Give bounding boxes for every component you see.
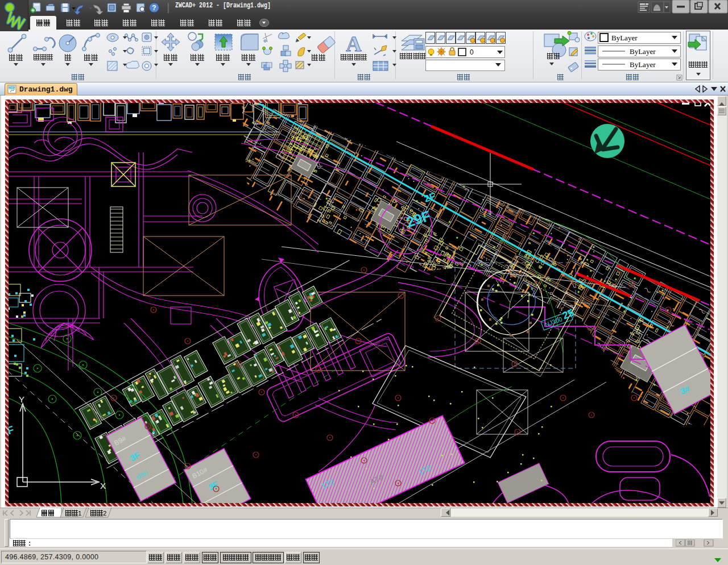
- svg-text:?: ?: [152, 4, 156, 12]
- svg-text:ByLayer: ByLayer: [630, 47, 656, 56]
- svg-text:X: X: [100, 481, 106, 491]
- svg-text:ByLayer: ByLayer: [611, 34, 638, 42]
- svg-text:ByLayer: ByLayer: [630, 60, 656, 69]
- svg-text:A: A: [346, 32, 362, 56]
- svg-text:DWG: DWG: [9, 86, 15, 89]
- svg-text:Y: Y: [19, 394, 24, 404]
- svg-text:0: 0: [470, 48, 474, 56]
